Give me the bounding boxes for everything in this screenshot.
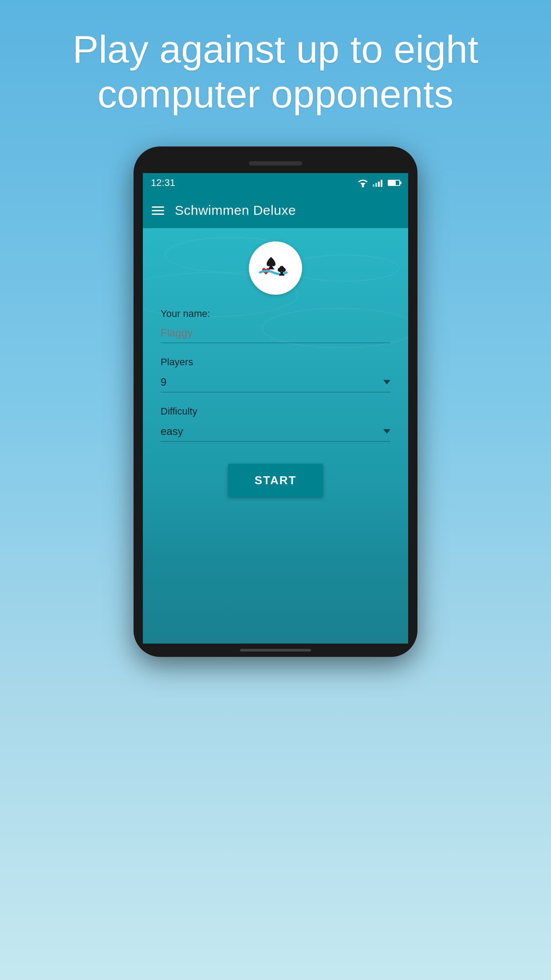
- home-button-bar: [240, 649, 311, 652]
- players-label: Players: [161, 356, 390, 368]
- status-bar: 12:31: [143, 173, 408, 193]
- app-logo: [249, 241, 302, 295]
- difficulty-value: easy: [161, 425, 183, 438]
- status-time: 12:31: [151, 177, 175, 189]
- difficulty-label: Difficulty: [161, 406, 390, 417]
- svg-rect-5: [280, 272, 283, 274]
- status-icons: [357, 178, 400, 187]
- phone-device: 12:31: [134, 146, 417, 657]
- headline-line1: Play against up to eight: [73, 27, 479, 71]
- app-title: Schwimmen Deluxe: [175, 203, 296, 218]
- logo-svg: [258, 255, 293, 281]
- players-dropdown-arrow: [383, 380, 390, 384]
- difficulty-select[interactable]: easy: [161, 422, 390, 442]
- players-select[interactable]: 9: [161, 372, 390, 392]
- form-area: Your name: Players 9 Difficulty easy: [161, 308, 390, 455]
- svg-point-4: [279, 266, 284, 270]
- phone-top-bar: [134, 146, 417, 173]
- difficulty-dropdown-arrow: [383, 429, 390, 434]
- players-value: 9: [161, 376, 166, 388]
- name-label: Your name:: [161, 308, 390, 320]
- name-input[interactable]: [161, 323, 390, 343]
- headline-line2: computer opponents: [98, 72, 453, 116]
- svg-point-1: [362, 186, 364, 188]
- phone-speaker: [249, 161, 302, 166]
- content-area: Your name: Players 9 Difficulty easy STA…: [143, 228, 408, 644]
- battery-icon: [388, 180, 400, 186]
- wifi-icon: [357, 178, 369, 187]
- signal-icon: [373, 179, 382, 187]
- phone-bottom: [134, 644, 417, 657]
- app-bar: Schwimmen Deluxe: [143, 193, 408, 228]
- hamburger-menu-icon[interactable]: [152, 206, 164, 215]
- phone-screen: 12:31: [143, 173, 408, 644]
- start-button[interactable]: START: [228, 464, 323, 497]
- headline: Play against up to eight computer oppone…: [0, 0, 551, 134]
- svg-rect-6: [279, 274, 284, 276]
